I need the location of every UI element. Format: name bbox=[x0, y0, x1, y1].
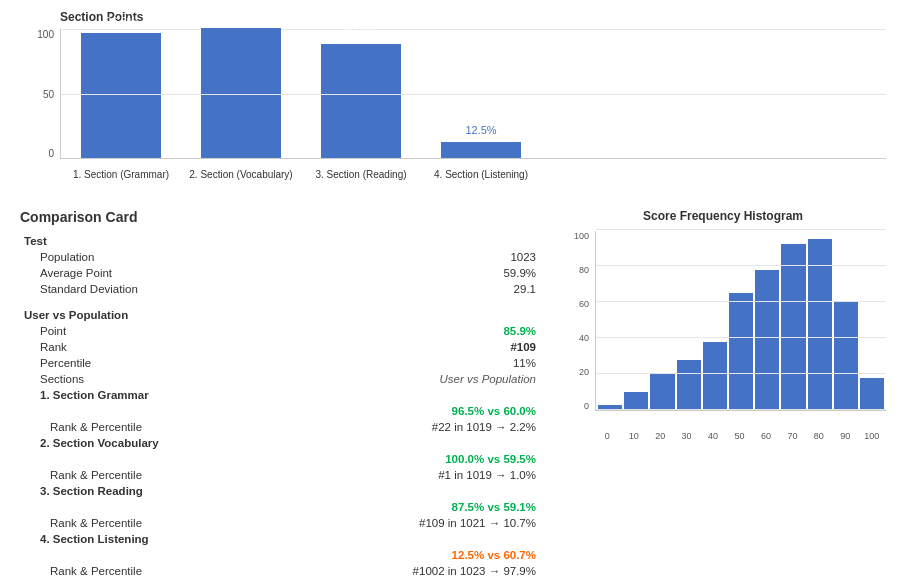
bar-label-bottom-0: 1. Section (Grammar) bbox=[73, 169, 169, 180]
hist-xaxis-label-50: 50 bbox=[727, 431, 751, 441]
hist-bar-10 bbox=[860, 378, 884, 410]
hist-bar-9 bbox=[834, 302, 858, 410]
bar-chart-container: 100 50 0 96.5%1. Section (Grammar)100.0%… bbox=[20, 29, 886, 189]
row-value-5 bbox=[240, 307, 540, 323]
hist-yaxis-label-40: 40 bbox=[579, 333, 589, 343]
bar-group-0: 96.5%1. Section (Grammar) bbox=[81, 33, 161, 158]
comparison-row-17: 87.5% vs 59.1% bbox=[20, 499, 540, 515]
bar-3: 12.5%4. Section (Listening) bbox=[441, 142, 521, 158]
hist-yaxis-label-80: 80 bbox=[579, 265, 589, 275]
hist-yaxis-label-0: 0 bbox=[584, 401, 589, 411]
hist-bar-7 bbox=[781, 244, 805, 410]
bar-0: 96.5%1. Section (Grammar) bbox=[81, 33, 161, 158]
row-label-17 bbox=[20, 499, 240, 515]
histogram-inner bbox=[595, 231, 886, 411]
row-value-6: 85.9% bbox=[240, 323, 540, 339]
hist-bar-5 bbox=[729, 293, 753, 410]
row-label-5: User vs Population bbox=[20, 307, 240, 323]
row-label-8: Percentile bbox=[20, 355, 240, 371]
histogram-yaxis: 100806040200 bbox=[560, 231, 592, 411]
row-value-10 bbox=[240, 387, 540, 403]
histogram-title: Score Frequency Histogram bbox=[560, 209, 886, 223]
row-label-1: Population bbox=[20, 249, 240, 265]
comparison-row-13: 2. Section Vocabulary bbox=[20, 435, 540, 451]
bar-chart-yaxis: 100 50 0 bbox=[20, 29, 58, 159]
hist-xaxis-label-10: 10 bbox=[621, 431, 645, 441]
row-value-20: 12.5% vs 60.7% bbox=[240, 547, 540, 563]
hist-bar-group-10 bbox=[860, 378, 884, 410]
row-label-12: Rank & Percentile bbox=[20, 419, 240, 435]
bar-label-top-0: 96.5% bbox=[105, 15, 136, 27]
hist-xaxis-label-90: 90 bbox=[833, 431, 857, 441]
row-label-7: Rank bbox=[20, 339, 240, 355]
hist-xaxis-label-100: 100 bbox=[860, 431, 884, 441]
bar-label-bottom-3: 4. Section (Listening) bbox=[434, 169, 528, 180]
comparison-row-19: 4. Section Listening bbox=[20, 531, 540, 547]
row-value-18: #109 in 1021 → 10.7% bbox=[240, 515, 540, 531]
row-value-16 bbox=[240, 483, 540, 499]
comparison-row-14: 100.0% vs 59.5% bbox=[20, 451, 540, 467]
comparison-table: TestPopulation1023Average Point59.9%Stan… bbox=[20, 233, 540, 577]
comparison-card-title: Comparison Card bbox=[20, 209, 540, 225]
row-value-7: #109 bbox=[240, 339, 540, 355]
comparison-row-1: Population1023 bbox=[20, 249, 540, 265]
hist-xaxis-label-60: 60 bbox=[754, 431, 778, 441]
comparison-row-11: 96.5% vs 60.0% bbox=[20, 403, 540, 419]
hist-bar-1 bbox=[624, 392, 648, 410]
row-label-6: Point bbox=[20, 323, 240, 339]
row-value-2: 59.9% bbox=[240, 265, 540, 281]
bar-chart-inner: 96.5%1. Section (Grammar)100.0%2. Sectio… bbox=[60, 29, 886, 159]
row-value-8: 11% bbox=[240, 355, 540, 371]
row-label-15: Rank & Percentile bbox=[20, 467, 240, 483]
row-label-18: Rank & Percentile bbox=[20, 515, 240, 531]
comparison-row-8: Percentile11% bbox=[20, 355, 540, 371]
hist-bar-group-7 bbox=[781, 244, 805, 410]
comparison-row-0: Test bbox=[20, 233, 540, 249]
bar-group-2: 87.5%3. Section (Reading) bbox=[321, 44, 401, 158]
hist-bar-group-9 bbox=[834, 302, 858, 410]
row-value-9: User vs Population bbox=[240, 371, 540, 387]
hist-xaxis-label-40: 40 bbox=[701, 431, 725, 441]
row-label-20 bbox=[20, 547, 240, 563]
row-value-19 bbox=[240, 531, 540, 547]
bar-chart-title: Section Points bbox=[60, 10, 886, 24]
yaxis-label-100: 100 bbox=[37, 29, 54, 40]
hist-bar-6 bbox=[755, 270, 779, 410]
hist-bar-3 bbox=[677, 360, 701, 410]
comparison-row-16: 3. Section Reading bbox=[20, 483, 540, 499]
row-value-17: 87.5% vs 59.1% bbox=[240, 499, 540, 515]
row-value-15: #1 in 1019 → 1.0% bbox=[240, 467, 540, 483]
bar-label-top-1: 100.0% bbox=[222, 10, 259, 22]
row-label-13: 2. Section Vocabulary bbox=[20, 435, 240, 451]
row-label-10: 1. Section Grammar bbox=[20, 387, 240, 403]
bar-2: 87.5%3. Section (Reading) bbox=[321, 44, 401, 158]
row-label-14 bbox=[20, 451, 240, 467]
yaxis-label-50: 50 bbox=[43, 89, 54, 100]
divider-row bbox=[20, 297, 540, 307]
comparison-row-18: Rank & Percentile#109 in 1021 → 10.7% bbox=[20, 515, 540, 531]
comparison-row-5: User vs Population bbox=[20, 307, 540, 323]
comparison-row-12: Rank & Percentile#22 in 1019 → 2.2% bbox=[20, 419, 540, 435]
hist-bar-group-2 bbox=[650, 374, 674, 410]
comparison-row-2: Average Point59.9% bbox=[20, 265, 540, 281]
row-label-16: 3. Section Reading bbox=[20, 483, 240, 499]
comparison-row-7: Rank#109 bbox=[20, 339, 540, 355]
comparison-row-6: Point85.9% bbox=[20, 323, 540, 339]
hist-xaxis-label-80: 80 bbox=[807, 431, 831, 441]
hist-bar-group-6 bbox=[755, 270, 779, 410]
comparison-card: Comparison Card TestPopulation1023Averag… bbox=[20, 209, 540, 577]
hist-yaxis-label-20: 20 bbox=[579, 367, 589, 377]
hist-bar-group-3 bbox=[677, 360, 701, 410]
row-label-21: Rank & Percentile bbox=[20, 563, 240, 577]
row-label-2: Average Point bbox=[20, 265, 240, 281]
bar-label-bottom-1: 2. Section (Vocabulary) bbox=[189, 169, 292, 180]
row-label-3: Standard Deviation bbox=[20, 281, 240, 297]
row-value-14: 100.0% vs 59.5% bbox=[240, 451, 540, 467]
bar-1: 100.0%2. Section (Vocabulary) bbox=[201, 28, 281, 158]
comparison-row-21: Rank & Percentile#1002 in 1023 → 97.9% bbox=[20, 563, 540, 577]
hist-xaxis-label-70: 70 bbox=[780, 431, 804, 441]
bar-chart-section: Section Points 100 50 0 96.5%1. Section … bbox=[20, 10, 886, 189]
bar-label-top-3: 12.5% bbox=[465, 124, 496, 136]
row-value-0 bbox=[240, 233, 540, 249]
row-value-21: #1002 in 1023 → 97.9% bbox=[240, 563, 540, 577]
